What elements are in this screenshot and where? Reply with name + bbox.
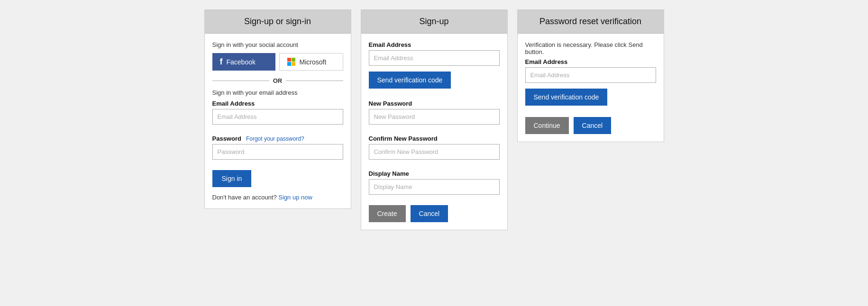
new-password-input[interactable] xyxy=(369,109,500,125)
signup-cancel-button[interactable]: Cancel xyxy=(411,205,448,222)
or-text: OR xyxy=(273,77,283,84)
reset-email-input[interactable] xyxy=(525,67,656,83)
create-button[interactable]: Create xyxy=(369,205,406,222)
confirm-password-label: Confirm New Password xyxy=(369,135,500,142)
or-divider: OR xyxy=(212,77,343,84)
microsoft-button[interactable]: Microsoft xyxy=(279,53,343,71)
reset-panel-title: Password reset verification xyxy=(518,10,664,34)
facebook-label: Facebook xyxy=(227,58,256,66)
email-field-group: Email Address xyxy=(212,100,343,130)
facebook-icon: f xyxy=(220,57,223,67)
signin-button[interactable]: Sign in xyxy=(212,170,252,187)
verification-info-text: Verification is necessary. Please click … xyxy=(525,41,656,55)
reset-panel: Password reset verification Verification… xyxy=(517,9,664,142)
signup-email-label: Email Address xyxy=(369,41,500,48)
forgot-password-link[interactable]: Forgot your password? xyxy=(246,135,304,142)
reset-cancel-button[interactable]: Cancel xyxy=(574,117,612,134)
password-label: Password xyxy=(212,135,241,142)
signup-now-link[interactable]: Sign up now xyxy=(278,194,312,201)
signin-panel-title: Sign-up or sign-in xyxy=(205,10,351,34)
facebook-button[interactable]: f Facebook xyxy=(212,53,275,71)
password-input[interactable] xyxy=(212,144,343,160)
new-password-field-group: New Password xyxy=(369,100,500,130)
or-line-right xyxy=(286,81,343,81)
reset-email-label: Email Address xyxy=(525,58,656,65)
microsoft-label: Microsoft xyxy=(300,58,327,66)
microsoft-icon xyxy=(287,58,296,66)
email-section-label: Sign in with your email address xyxy=(212,89,343,96)
social-label: Sign in with your social account xyxy=(212,41,343,48)
confirm-password-field-group: Confirm New Password xyxy=(369,135,500,165)
social-buttons: f Facebook Microsoft xyxy=(212,53,343,71)
password-field-group: Password Forgot your password? xyxy=(212,135,343,165)
reset-email-field-group: Email Address Send verification code xyxy=(525,58,656,112)
new-password-label: New Password xyxy=(369,100,500,107)
continue-button[interactable]: Continue xyxy=(525,117,569,134)
signup-button-row: Create Cancel xyxy=(369,205,500,222)
signup-email-field-group: Email Address Send verification code xyxy=(369,41,500,95)
signup-panel-title: Sign-up xyxy=(361,10,507,34)
send-verification-code-button[interactable]: Send verification code xyxy=(369,72,451,89)
signup-email-input[interactable] xyxy=(369,50,500,66)
signup-panel: Sign-up Email Address Send verification … xyxy=(361,9,508,230)
reset-send-verification-button[interactable]: Send verification code xyxy=(525,89,608,106)
signin-panel: Sign-up or sign-in Sign in with your soc… xyxy=(204,9,351,209)
confirm-password-input[interactable] xyxy=(369,144,500,160)
reset-button-row: Continue Cancel xyxy=(525,117,656,134)
email-label: Email Address xyxy=(212,100,343,107)
display-name-label: Display Name xyxy=(369,170,500,177)
bottom-text: Don't have an account? Sign up now xyxy=(212,194,343,201)
display-name-field-group: Display Name xyxy=(369,170,500,200)
display-name-input[interactable] xyxy=(369,179,500,195)
or-line-left xyxy=(212,81,269,81)
no-account-text: Don't have an account? xyxy=(212,194,277,201)
email-input[interactable] xyxy=(212,109,343,125)
